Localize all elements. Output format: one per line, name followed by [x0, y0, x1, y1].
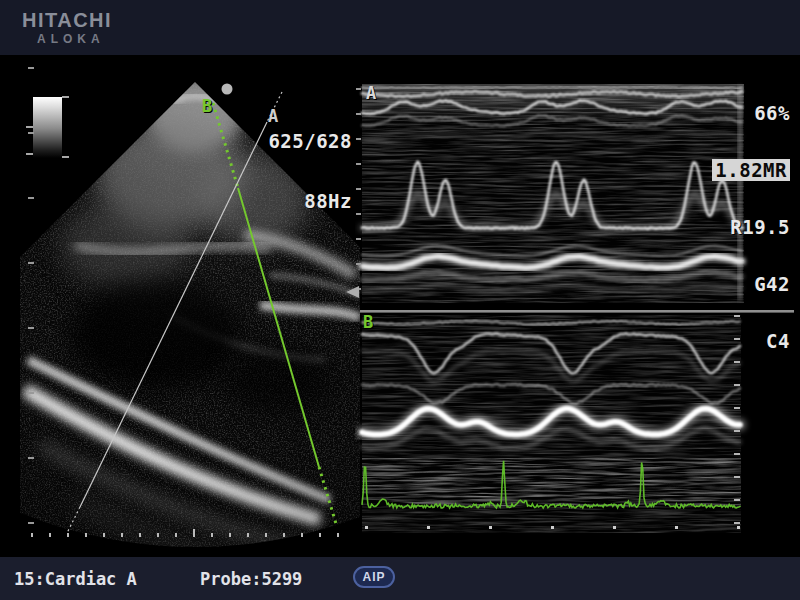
brand-aloka: ALOKA	[37, 32, 105, 46]
sector-cursor-b-label: B	[202, 96, 212, 116]
param-level: 66%	[712, 104, 790, 123]
panel-a-label: A	[366, 83, 376, 103]
probe-id: Probe:5299	[200, 569, 302, 589]
status-bar: 15:Cardiac A Probe:5299 AIP	[0, 557, 800, 600]
mmode-param-stack: 66% 1.82MR R19.5 G42 C4	[712, 66, 790, 389]
preset-name: 15:Cardiac A	[14, 569, 137, 589]
frame-counter: 625/628	[268, 131, 352, 151]
param-compress: C4	[712, 332, 790, 351]
panel-a-depth-ticks	[356, 88, 361, 290]
ultrasound-screen: HITACHI ALOKA	[0, 0, 800, 600]
focus-marker-icon	[222, 84, 233, 95]
left-arrow-icon	[346, 286, 359, 298]
aip-badge[interactable]: AIP	[353, 566, 395, 588]
brand-hitachi: HITACHI	[22, 9, 112, 32]
frame-rate: 88Hz	[268, 191, 352, 211]
param-gain: G42	[712, 275, 790, 294]
frame-info: 625/628 88Hz	[268, 91, 352, 251]
panel-b-label: B	[363, 312, 373, 332]
param-reject: R19.5	[712, 218, 790, 237]
param-mi: 1.82MR	[712, 161, 790, 180]
